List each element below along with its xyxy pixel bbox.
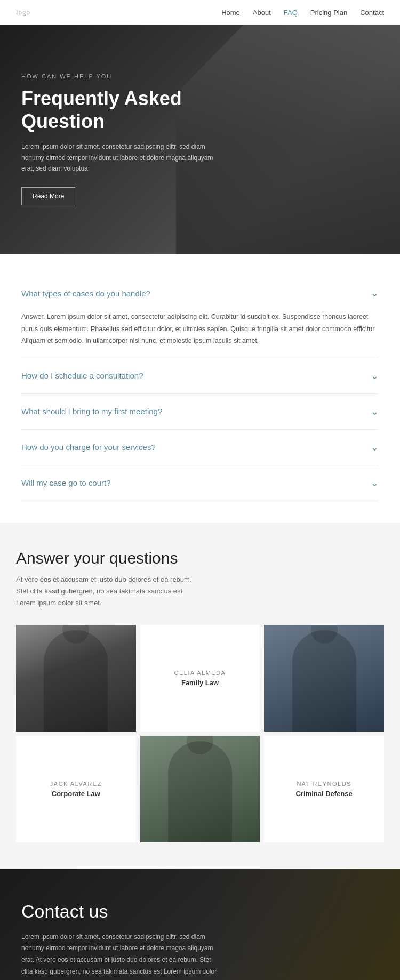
nav-faq[interactable]: FAQ: [284, 9, 298, 17]
chevron-down-icon: ⌄: [371, 370, 379, 382]
team-heading: Answer your questions: [16, 549, 384, 567]
team-info-nat: NAT REYNOLDS Criminal Defense: [285, 770, 363, 808]
hero-content: HOW CAN WE HELP YOU Frequently Asked Que…: [0, 25, 245, 227]
chevron-down-icon: ⌄: [371, 441, 379, 453]
team-info-jack: JACK ALVAREZ Corporate Law: [39, 770, 113, 808]
team-description: At vero eos et accusam et justo duo dolo…: [16, 574, 197, 609]
faq-question-4[interactable]: How do you charge for your services? ⌄: [21, 430, 379, 465]
nav-pricing[interactable]: Pricing Plan: [310, 9, 347, 17]
photo-decor-woman1: [264, 625, 384, 732]
team-member-role-jack: Corporate Law: [50, 790, 102, 798]
team-grid-row2: JACK ALVAREZ Corporate Law NAT REYNOLDS …: [16, 736, 384, 842]
team-photo-woman2: [140, 736, 260, 842]
faq-question-5[interactable]: Will my case go to court? ⌄: [21, 465, 379, 501]
team-grid-row1: CELIA ALMEDA Family Law: [16, 625, 384, 732]
team-card-nat: NAT REYNOLDS Criminal Defense: [264, 736, 384, 842]
head-silhouette: [62, 625, 89, 644]
faq-question-2[interactable]: How do I schedule a consultation? ⌄: [21, 358, 379, 393]
team-photo-woman1: [264, 625, 384, 732]
chevron-down-icon: ⌄: [371, 406, 379, 417]
team-member-name-jack: JACK ALVAREZ: [50, 781, 102, 787]
read-more-button[interactable]: Read More: [21, 187, 75, 205]
faq-item-3: What should I bring to my first meeting?…: [21, 394, 379, 430]
faq-question-text-4: How do you charge for your services?: [21, 443, 156, 452]
faq-section: What types of cases do you handle? ⌄ Ans…: [0, 254, 400, 523]
faq-question-text-2: How do I schedule a consultation?: [21, 371, 143, 380]
faq-question-text-1: What types of cases do you handle?: [21, 289, 150, 298]
head-silhouette: [187, 736, 213, 754]
contact-description: Lorem ipsum dolor sit amet, consetetur s…: [21, 931, 224, 980]
person-silhouette: [44, 630, 108, 732]
faq-item-1: What types of cases do you handle? ⌄ Ans…: [21, 276, 379, 358]
head-silhouette: [311, 625, 338, 644]
team-member-name-nat: NAT REYNOLDS: [296, 781, 353, 787]
photo-woman2-bg: [140, 736, 260, 842]
photo-woman1-bg: [264, 625, 384, 732]
team-member-name-celia: CELIA ALMEDA: [174, 670, 226, 676]
logo: logo: [16, 8, 30, 17]
photo-man1-bg: [16, 625, 136, 732]
photo-decor-woman2: [140, 736, 260, 842]
nav-about[interactable]: About: [253, 9, 271, 17]
team-card-jack: JACK ALVAREZ Corporate Law: [16, 736, 136, 842]
nav-home[interactable]: Home: [221, 9, 240, 17]
contact-section: Contact us Lorem ipsum dolor sit amet, c…: [0, 869, 400, 980]
navigation: logo Home About FAQ Pricing Plan Contact: [0, 0, 400, 25]
chevron-down-icon: ⌄: [371, 477, 379, 489]
team-member-role-nat: Criminal Defense: [296, 790, 353, 798]
chevron-down-icon: ⌄: [371, 287, 379, 299]
team-section: Answer your questions At vero eos et acc…: [0, 523, 400, 869]
team-member-role-celia: Family Law: [174, 679, 226, 687]
faq-question-text-5: Will my case go to court?: [21, 478, 111, 487]
nav-contact[interactable]: Contact: [360, 9, 384, 17]
person-silhouette: [168, 741, 232, 842]
contact-background-arch: [213, 869, 400, 980]
team-card-celia: CELIA ALMEDA Family Law: [140, 625, 260, 732]
photo-decor-man1: [16, 625, 136, 732]
nav-links: Home About FAQ Pricing Plan Contact: [221, 7, 384, 17]
hero-title: Frequently Asked Question: [21, 87, 224, 133]
person-silhouette: [292, 630, 356, 732]
contact-title: Contact us: [21, 901, 224, 922]
faq-answer-1: Answer. Lorem ipsum dolor sit amet, cons…: [21, 311, 379, 358]
team-info-celia: CELIA ALMEDA Family Law: [164, 659, 237, 697]
hero-description: Lorem ipsum dolor sit amet, consetetur s…: [21, 141, 224, 174]
faq-question-3[interactable]: What should I bring to my first meeting?…: [21, 394, 379, 429]
hero-section: HOW CAN WE HELP YOU Frequently Asked Que…: [0, 25, 400, 254]
faq-item-5: Will my case go to court? ⌄: [21, 465, 379, 501]
faq-item-4: How do you charge for your services? ⌄: [21, 430, 379, 465]
contact-content: Contact us Lorem ipsum dolor sit amet, c…: [21, 901, 224, 980]
faq-question-text-3: What should I bring to my first meeting?: [21, 407, 162, 416]
faq-question-1[interactable]: What types of cases do you handle? ⌄: [21, 276, 379, 311]
team-photo-man1: [16, 625, 136, 732]
hero-subtitle: HOW CAN WE HELP YOU: [21, 73, 224, 79]
faq-item-2: How do I schedule a consultation? ⌄: [21, 358, 379, 394]
